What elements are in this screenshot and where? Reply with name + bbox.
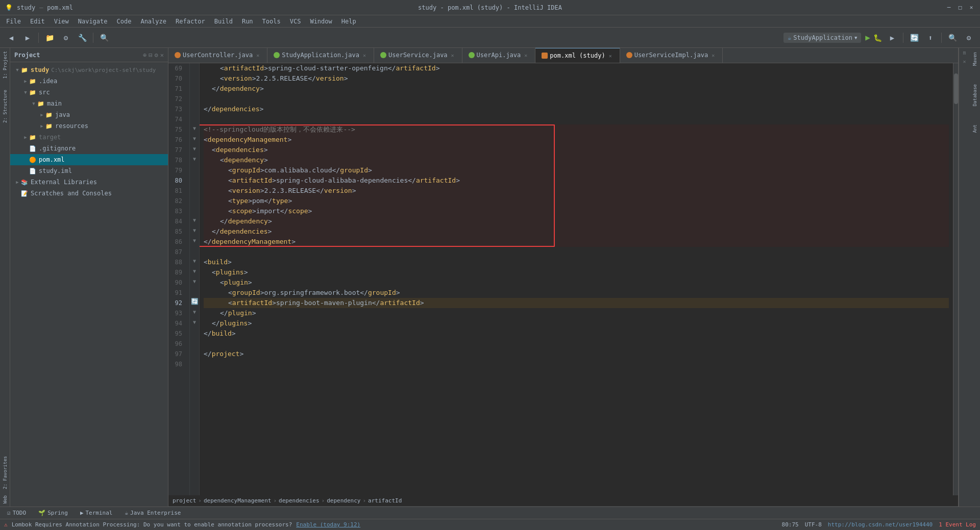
toolbar-btn-1[interactable]: 📁 <box>42 31 57 45</box>
toolbar-btn-4[interactable]: 🔍 <box>97 31 111 45</box>
fold-icon-94[interactable]: ▼ <box>191 318 198 325</box>
chevron-down-icon[interactable]: ▼ <box>854 35 857 40</box>
breadcrumb-item-depmanagement[interactable]: dependencyManagement <box>204 497 271 504</box>
run-config[interactable]: ☕ StudyApplication ▼ <box>783 33 861 43</box>
tree-item-main[interactable]: ▼ 📁 main <box>10 98 168 109</box>
close-btn[interactable]: ✕ <box>968 4 975 11</box>
code-line-94: </plugins> <box>204 318 949 329</box>
minimize-btn[interactable]: ─ <box>945 4 952 11</box>
settings-btn[interactable]: ⚙ <box>962 31 976 45</box>
menu-window[interactable]: Window <box>306 17 336 26</box>
tree-item-pomxml[interactable]: 🟠 pom.xml <box>10 154 168 165</box>
tree-item-resources[interactable]: ▶ 📁 resources <box>10 120 168 132</box>
maven-x[interactable]: ✕ <box>962 58 967 65</box>
tree-item-idea[interactable]: ▶ 📁 .idea <box>10 75 168 87</box>
bottom-tab-spring[interactable]: 🌱 Spring <box>33 508 73 519</box>
spring-label: Spring <box>47 510 68 516</box>
fold-icon-84[interactable]: ▼ <box>191 216 198 223</box>
forward-btn[interactable]: ▶ <box>20 31 35 45</box>
panel-collapse-icon[interactable]: ⊟ <box>149 52 152 59</box>
menu-build[interactable]: Build <box>210 17 237 26</box>
tab-close-pomxml[interactable]: ✕ <box>607 53 614 59</box>
update-btn[interactable]: 🔄 <box>907 31 921 45</box>
breadcrumb-item-dependency[interactable]: dependency <box>327 497 360 504</box>
menu-tools[interactable]: Tools <box>258 17 285 26</box>
debug-btn[interactable]: 🐛 <box>873 34 882 42</box>
tree-item-src[interactable]: ▼ 📁 src <box>10 87 168 98</box>
code-line-83: <scope>import</scope> <box>204 206 949 216</box>
tree-item-gitignore[interactable]: 📄 .gitignore <box>10 143 168 154</box>
tab-pomxml[interactable]: pom.xml (study) ✕ <box>535 48 620 63</box>
menu-file[interactable]: File <box>2 17 25 26</box>
tab-studyapplication[interactable]: StudyApplication.java ✕ <box>267 48 374 63</box>
fold-icon-90[interactable]: ▼ <box>191 277 198 285</box>
tree-item-java[interactable]: ▶ 📁 java <box>10 109 168 120</box>
fold-icon-89[interactable]: ▼ <box>191 267 198 274</box>
scroll-bar[interactable] <box>953 63 958 495</box>
menu-navigate[interactable]: Navigate <box>74 17 112 26</box>
tree-item-external-libs[interactable]: ▶ 📚 External Libraries <box>10 176 168 188</box>
tree-item-target[interactable]: ▶ 📁 target <box>10 132 168 143</box>
tab-usercontroller[interactable]: UserController.java ✕ <box>168 48 267 63</box>
fold-icon-86[interactable]: ▼ <box>191 237 198 244</box>
favorites-tab-vertical[interactable]: 2: Favorites <box>2 453 9 492</box>
menu-help[interactable]: Help <box>337 17 360 26</box>
tab-close-usercontroller[interactable]: ✕ <box>255 52 261 58</box>
menu-code[interactable]: Code <box>113 17 136 26</box>
tab-userservice[interactable]: UserService.java ✕ <box>374 48 462 63</box>
reload-icon-92[interactable]: 🔄 <box>191 298 198 305</box>
tab-close-userserviceimpl[interactable]: ✕ <box>710 52 716 58</box>
java-enterprise-icon: ☕ <box>125 510 128 516</box>
tree-item-studyiml[interactable]: 📄 study.iml <box>10 165 168 176</box>
fold-icon-78[interactable]: ▼ <box>191 155 198 162</box>
notification-enable-link[interactable]: Enable (today 9:12) <box>296 521 360 528</box>
menu-analyze[interactable]: Analyze <box>136 17 170 26</box>
tab-close-userservice[interactable]: ✕ <box>450 52 456 58</box>
fold-icon-93[interactable]: ▼ <box>191 308 198 315</box>
code-content[interactable]: <artifactId>spring-cloud-starter-openfei… <box>200 63 953 495</box>
toolbar-btn-3[interactable]: 🔧 <box>75 31 89 45</box>
ant-tab[interactable]: Ant <box>971 120 978 137</box>
panel-add-icon[interactable]: ⊕ <box>143 52 146 59</box>
toolbar-btn-2[interactable]: ⚙ <box>59 31 73 45</box>
fold-icon-75[interactable]: ▼ <box>191 124 198 132</box>
maximize-btn[interactable]: □ <box>957 4 964 11</box>
maven-close[interactable]: m <box>961 48 968 58</box>
fold-icon-77[interactable]: ▼ <box>191 145 198 152</box>
structure-tab-vertical[interactable]: 2: Structure <box>2 87 9 126</box>
project-tab-vertical[interactable]: 1: Project <box>2 48 9 82</box>
event-log-badge[interactable]: 1 Event Log <box>939 521 976 528</box>
menu-edit[interactable]: Edit <box>26 17 49 26</box>
back-btn[interactable]: ◀ <box>4 31 18 45</box>
code-editor[interactable]: 69 70 71 72 73 74 75 76 77 78 79 80 81 8… <box>168 63 958 495</box>
coverage-btn[interactable]: ▶ <box>885 31 899 45</box>
status-url[interactable]: http://blog.csdn.net/user194440 <box>828 521 933 528</box>
database-tab[interactable]: Database <box>971 80 978 110</box>
bottom-tab-terminal[interactable]: ▶ Terminal <box>75 508 118 519</box>
web-tab-vertical[interactable]: Web <box>2 492 9 507</box>
tree-item-study[interactable]: ▼ 📁 study C:\sckj\work\project-self\stud… <box>10 64 168 75</box>
tab-userserviceimpl[interactable]: UserServiceImpl.java ✕ <box>620 48 723 63</box>
menu-view[interactable]: View <box>50 17 73 26</box>
tab-userapi[interactable]: UserApi.java ✕ <box>462 48 536 63</box>
menu-refactor[interactable]: Refactor <box>172 17 209 26</box>
menu-run[interactable]: Run <box>238 17 257 26</box>
fold-icon-85[interactable]: ▼ <box>191 226 198 234</box>
run-btn[interactable]: ▶ <box>865 33 870 42</box>
menu-vcs[interactable]: VCS <box>286 17 305 26</box>
breadcrumb-item-artifactid[interactable]: artifactId <box>368 497 402 504</box>
breadcrumb-item-dependencies[interactable]: dependencies <box>279 497 319 504</box>
panel-settings-icon[interactable]: ⚙ <box>155 52 158 59</box>
fold-icon-88[interactable]: ▼ <box>191 257 198 264</box>
fold-icon-76[interactable]: ▼ <box>191 135 198 142</box>
panel-close-icon[interactable]: ✕ <box>160 52 164 59</box>
tab-close-userapi[interactable]: ✕ <box>523 52 529 58</box>
bottom-tab-todo[interactable]: ☑ TODO <box>2 508 31 519</box>
git-btn[interactable]: ⬆ <box>923 31 938 45</box>
bottom-tab-java-enterprise[interactable]: ☕ Java Enterprise <box>119 508 186 519</box>
search-btn[interactable]: 🔍 <box>945 31 960 45</box>
tab-close-studyapplication[interactable]: ✕ <box>361 52 368 58</box>
tree-item-scratches[interactable]: 📝 Scratches and Consoles <box>10 188 168 199</box>
breadcrumb-item-project[interactable]: project <box>173 497 196 504</box>
maven-tab[interactable]: Maven <box>971 48 978 70</box>
